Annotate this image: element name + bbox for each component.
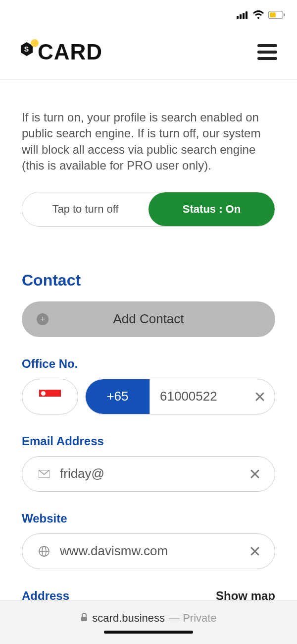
search-visibility-description: If is turn on, your profile is search en…	[22, 110, 275, 174]
website-value: www.davismw.com	[53, 543, 240, 559]
browser-private-label: — Private	[169, 612, 217, 625]
logo: S ⚡ CARD	[20, 40, 102, 64]
add-contact-button[interactable]: + Add Contact	[22, 301, 275, 337]
toggle-off-label[interactable]: Tap to turn off	[22, 192, 148, 226]
status-bar	[0, 0, 297, 30]
contact-section-title: Contact	[22, 271, 275, 290]
browser-bar: scard.business — Private	[0, 600, 297, 644]
phone-input-group: +65 61000522	[85, 379, 275, 414]
battery-icon	[268, 11, 285, 19]
logo-text: CARD	[38, 40, 102, 64]
email-value: friday@	[53, 466, 240, 481]
singapore-flag-icon	[39, 390, 61, 404]
email-label: Email Address	[22, 434, 275, 448]
cellular-signal-icon	[237, 11, 248, 19]
add-contact-label: Add Contact	[113, 311, 184, 327]
website-input[interactable]: www.davismw.com	[22, 533, 275, 569]
lock-icon	[80, 612, 88, 625]
clear-email-button[interactable]	[240, 468, 270, 480]
country-flag-selector[interactable]	[22, 379, 78, 414]
clear-phone-button[interactable]	[245, 379, 275, 414]
svg-rect-3	[246, 11, 248, 19]
email-input[interactable]: friday@	[22, 456, 275, 492]
office-no-label: Office No.	[22, 357, 275, 371]
website-label: Website	[22, 512, 275, 526]
mail-icon	[35, 470, 53, 478]
url-row[interactable]: scard.business — Private	[80, 612, 216, 625]
country-code[interactable]: +65	[86, 379, 150, 414]
home-indicator[interactable]	[104, 631, 193, 634]
main-content: If is turn on, your profile is search en…	[0, 80, 297, 644]
browser-domain: scard.business	[92, 612, 165, 625]
svg-rect-0	[237, 16, 239, 19]
menu-button[interactable]	[257, 44, 277, 60]
plus-circle-icon: +	[37, 313, 49, 325]
search-visibility-toggle[interactable]: Tap to turn off Status : On	[22, 192, 275, 227]
app-header: S ⚡ CARD	[0, 30, 297, 80]
logo-badge-icon: S ⚡	[20, 40, 37, 57]
svg-rect-5	[270, 12, 276, 17]
svg-rect-11	[81, 617, 87, 621]
phone-number-input[interactable]: 61000522	[150, 379, 245, 414]
clear-website-button[interactable]	[240, 545, 270, 557]
svg-rect-2	[243, 13, 245, 19]
toggle-on-label[interactable]: Status : On	[148, 192, 275, 226]
globe-icon	[35, 546, 53, 557]
svg-rect-6	[284, 13, 285, 16]
svg-rect-1	[240, 14, 242, 19]
wifi-icon	[252, 10, 264, 19]
